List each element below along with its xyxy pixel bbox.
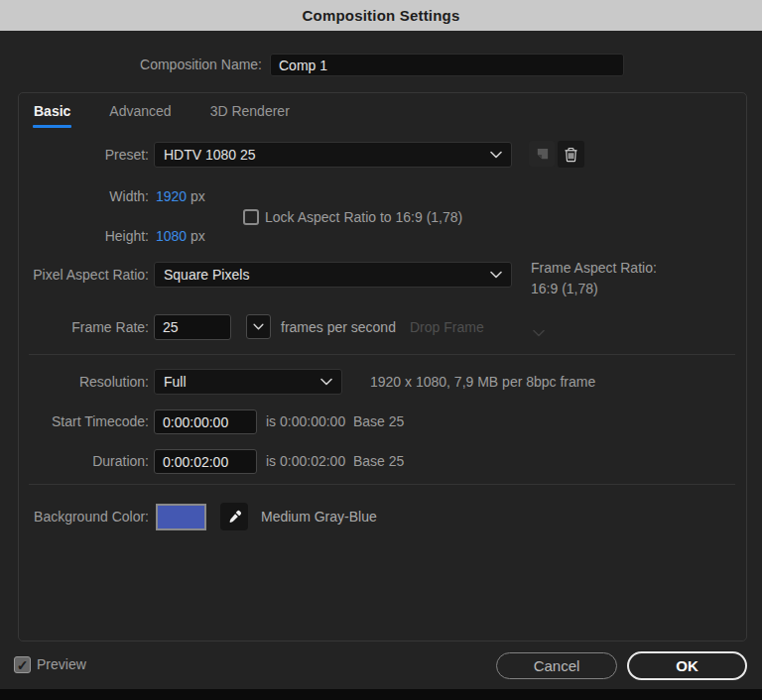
chevron-down-icon <box>253 323 264 330</box>
frame-aspect-ratio-value: 16:9 (1,78) <box>531 279 598 298</box>
save-preset-button[interactable] <box>529 141 555 167</box>
tab-advanced[interactable]: Advanced <box>108 100 172 128</box>
lock-aspect-label: Lock Aspect Ratio to 16:9 (1,78) <box>265 209 462 225</box>
start-timecode-input[interactable] <box>154 409 257 434</box>
height-label: Height: <box>19 226 149 246</box>
save-preset-icon <box>535 147 550 162</box>
dialog-titlebar[interactable]: Composition Settings <box>0 0 762 31</box>
cancel-button[interactable]: Cancel <box>496 652 617 679</box>
duration-label: Duration: <box>19 449 149 474</box>
width-value-group: 1920 px <box>156 186 205 206</box>
resolution-dropdown[interactable]: Full <box>154 369 342 395</box>
section-divider <box>29 354 735 355</box>
background-color-name: Medium Gray-Blue <box>261 504 377 530</box>
pixel-aspect-ratio-dropdown[interactable]: Square Pixels <box>154 262 512 288</box>
preset-value: HDTV 1080 25 <box>164 147 256 163</box>
pixel-aspect-ratio-value: Square Pixels <box>164 267 249 283</box>
width-label: Width: <box>19 186 149 206</box>
chevron-down-icon <box>320 378 332 386</box>
eyedropper-icon <box>227 510 242 525</box>
background-color-label: Background Color: <box>19 504 149 530</box>
settings-panel: Basic Advanced 3D Renderer Preset: HDTV … <box>18 92 747 642</box>
resolution-info: 1920 x 1080, 7,9 MB per 8bpc frame <box>370 369 595 395</box>
composition-settings-dialog: Composition Settings Composition Name: B… <box>0 0 762 700</box>
frame-rate-label: Frame Rate: <box>19 314 149 340</box>
height-unit: px <box>190 228 205 244</box>
frame-aspect-ratio-label: Frame Aspect Ratio: <box>531 258 657 278</box>
chevron-down-icon <box>490 151 502 159</box>
dialog-title: Composition Settings <box>303 7 460 24</box>
preview-label: Preview <box>37 656 86 673</box>
trash-icon <box>564 147 578 163</box>
duration-input[interactable] <box>154 449 257 474</box>
chevron-down-icon <box>490 271 502 279</box>
trash-button[interactable] <box>558 141 584 168</box>
width-value[interactable]: 1920 <box>156 188 187 204</box>
width-unit: px <box>190 188 205 204</box>
tab-basic[interactable]: Basic <box>33 100 71 128</box>
ok-button[interactable]: OK <box>627 651 747 680</box>
composition-name-input[interactable] <box>270 54 624 76</box>
window-bottom-edge <box>0 689 762 700</box>
tab-bar: Basic Advanced 3D Renderer <box>33 100 291 128</box>
chevron-down-icon <box>533 323 545 341</box>
section-divider <box>29 484 735 485</box>
eyedropper-button[interactable] <box>220 503 248 530</box>
resolution-label: Resolution: <box>19 369 149 395</box>
background-color-swatch[interactable] <box>156 504 206 530</box>
composition-name-label: Composition Name: <box>0 54 262 75</box>
resolution-value: Full <box>164 374 187 390</box>
preset-label: Preset: <box>19 142 149 168</box>
pixel-aspect-ratio-label: Pixel Aspect Ratio: <box>19 262 149 288</box>
height-value[interactable]: 1080 <box>156 228 187 244</box>
timecode-style-value: Drop Frame <box>410 319 484 335</box>
tab-3d-renderer[interactable]: 3D Renderer <box>209 100 291 128</box>
start-timecode-info: is 0:00:00:00 Base 25 <box>266 409 404 434</box>
preset-dropdown[interactable]: HDTV 1080 25 <box>154 142 512 168</box>
preview-checkbox[interactable] <box>14 656 31 673</box>
duration-info: is 0:00:02:00 Base 25 <box>266 449 404 474</box>
lock-aspect-checkbox[interactable] <box>243 209 259 225</box>
frames-per-second-label: frames per second <box>281 314 396 340</box>
frame-rate-preset-button[interactable] <box>246 314 271 339</box>
height-value-group: 1080 px <box>156 226 205 246</box>
frame-rate-input[interactable] <box>154 314 231 340</box>
start-timecode-label: Start Timecode: <box>19 409 149 434</box>
